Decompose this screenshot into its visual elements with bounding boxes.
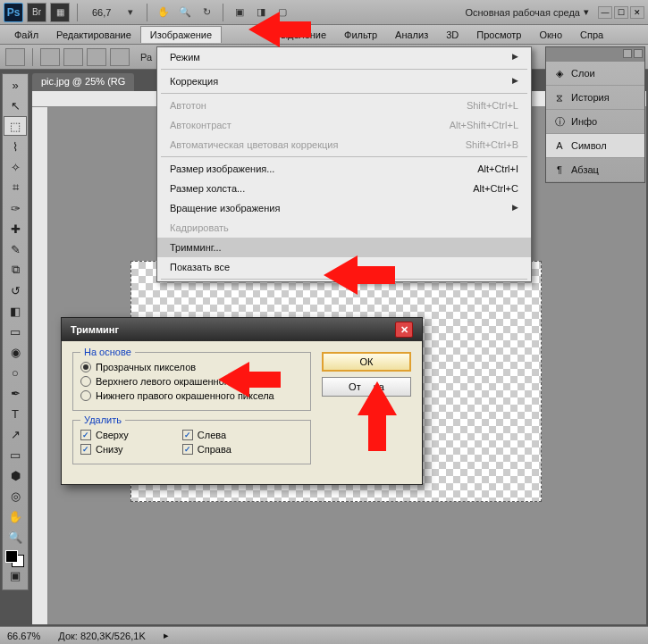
blur-tool[interactable]: ◉: [4, 342, 27, 362]
layers-icon: ◈: [553, 67, 566, 79]
menu-image[interactable]: Изображение: [140, 26, 222, 43]
menu-window[interactable]: Окно: [531, 27, 572, 43]
history-brush-tool[interactable]: ↺: [4, 280, 27, 300]
eraser-tool[interactable]: ◧: [4, 301, 27, 321]
check-top[interactable]: ✓Сверху: [80, 428, 129, 442]
arrow-annotation-2: [324, 253, 395, 297]
panel-menu-icon[interactable]: [634, 49, 643, 58]
panel-info[interactable]: ⓘИнфо: [546, 110, 644, 134]
menu-mode[interactable]: Режим: [157, 47, 531, 67]
title-bar: Ps Br ▦ 66,7 ▾ ✋ 🔍 ↻ ▣ ◨ ▢ Основная рабо…: [0, 0, 648, 25]
rotate-view-icon[interactable]: ↻: [198, 4, 215, 21]
stamp-tool[interactable]: ⧉: [4, 260, 27, 280]
close-button[interactable]: ✕: [630, 6, 644, 19]
check-right[interactable]: ✓Справа: [182, 442, 231, 456]
menu-image-rotation[interactable]: Вращение изображения: [157, 198, 531, 218]
menu-3d[interactable]: 3D: [437, 27, 467, 43]
toolbox-collapse[interactable]: »: [4, 75, 27, 95]
tool-preset[interactable]: [5, 48, 25, 66]
radio-icon: [80, 376, 91, 387]
checkbox-icon: ✓: [182, 430, 193, 440]
menu-file[interactable]: Файл: [5, 27, 47, 43]
lasso-tool[interactable]: ⌇: [4, 137, 27, 156]
brush-tool[interactable]: ✎: [4, 239, 27, 259]
panel-collapse-icon[interactable]: [623, 49, 632, 58]
ruler-vertical: [32, 107, 48, 624]
menu-filter[interactable]: Фильтр: [335, 27, 386, 43]
panel-character[interactable]: AСимвол: [546, 134, 644, 158]
selection-new[interactable]: [40, 48, 60, 66]
svg-marker-1: [324, 255, 395, 295]
check-left[interactable]: ✓Слева: [182, 428, 231, 442]
hand-tool[interactable]: ✋: [4, 506, 27, 526]
menu-bar: Файл Редактирование Изображение ыделение…: [0, 25, 648, 45]
wand-tool[interactable]: ✧: [4, 157, 27, 177]
minimize-button[interactable]: —: [598, 6, 612, 19]
trimaway-fieldset: Удалить ✓Сверху ✓Снизу ✓Слева ✓Справа: [72, 420, 311, 464]
zoom-tool[interactable]: 🔍: [4, 527, 27, 547]
menu-adjustments[interactable]: Коррекция: [157, 71, 531, 91]
selection-add[interactable]: [63, 48, 83, 66]
type-tool[interactable]: T: [4, 404, 27, 423]
chevron-down-icon: ▾: [584, 6, 589, 18]
menu-crop: Кадрировать: [157, 218, 531, 238]
basedon-legend: На основе: [80, 347, 135, 357]
dodge-tool[interactable]: ○: [4, 363, 27, 382]
chevron-right-icon[interactable]: ▸: [164, 630, 169, 641]
shape-tool[interactable]: ▭: [4, 445, 27, 464]
panel-history[interactable]: ⧖История: [546, 86, 644, 110]
zoom-level[interactable]: 66,7: [85, 7, 118, 18]
hand-tool-icon[interactable]: ✋: [155, 4, 173, 21]
gradient-tool[interactable]: ▭: [4, 322, 27, 341]
selection-subtract[interactable]: [87, 48, 106, 66]
zoom-tool-icon[interactable]: 🔍: [176, 4, 194, 21]
status-zoom[interactable]: 66.67%: [7, 631, 40, 641]
healing-tool[interactable]: ✚: [4, 219, 27, 238]
menu-help[interactable]: Спра: [571, 27, 612, 43]
path-tool[interactable]: ↗: [4, 424, 27, 444]
toolbox: » ↖ ⬚ ⌇ ✧ ⌗ ✑ ✚ ✎ ⧉ ↺ ◧ ▭ ◉ ○ ✒ T ↗ ▭ ⬢ …: [2, 73, 29, 590]
menu-image-size[interactable]: Размер изображения...Alt+Ctrl+I: [157, 159, 531, 179]
image-menu-dropdown: Режим Коррекция АвтотонShift+Ctrl+L Авто…: [156, 46, 532, 282]
workspace-switcher[interactable]: Основная рабочая среда ▾: [465, 6, 589, 18]
panel-layers[interactable]: ◈Слои: [546, 62, 644, 86]
crop-tool[interactable]: ⌗: [4, 178, 27, 197]
3d-tool[interactable]: ⬢: [4, 465, 27, 485]
panel-paragraph[interactable]: ¶Абзац: [546, 158, 644, 182]
zoom-dropdown-icon[interactable]: ▾: [122, 4, 139, 21]
menu-autocolor: Автоматическая цветовая коррекцияShift+C…: [157, 135, 531, 155]
paragraph-icon: ¶: [553, 163, 566, 176]
menu-canvas-size[interactable]: Размер холста...Alt+Ctrl+C: [157, 179, 531, 198]
marquee-tool[interactable]: ⬚: [4, 116, 27, 136]
color-swatches[interactable]: [5, 550, 25, 565]
menu-autotone: АвтотонShift+Ctrl+L: [157, 96, 531, 115]
status-docinfo[interactable]: Док: 820,3K/526,1K: [58, 631, 145, 641]
minibridge-icon[interactable]: ▦: [50, 3, 70, 22]
trimaway-legend: Удалить: [80, 414, 125, 425]
checkbox-icon: ✓: [80, 444, 91, 455]
quickmask-tool[interactable]: ▣: [4, 565, 27, 585]
dialog-titlebar[interactable]: Тримминг ✕: [62, 318, 422, 341]
menu-view[interactable]: Просмотр: [467, 27, 530, 43]
selection-intersect[interactable]: [110, 48, 130, 66]
radio-icon: [80, 390, 91, 401]
screenmode-1-icon[interactable]: ▣: [231, 4, 248, 21]
eyedropper-tool[interactable]: ✑: [4, 198, 27, 218]
radio-icon: [80, 362, 91, 372]
move-tool[interactable]: ↖: [4, 96, 27, 115]
bridge-icon[interactable]: Br: [27, 3, 46, 22]
ok-button[interactable]: ОК: [322, 352, 411, 372]
workspace-label: Основная рабочая среда: [465, 7, 580, 18]
svg-marker-2: [218, 362, 281, 397]
dialog-close-button[interactable]: ✕: [395, 322, 413, 338]
check-bottom[interactable]: ✓Снизу: [80, 442, 129, 456]
pen-tool[interactable]: ✒: [4, 383, 27, 403]
foreground-color[interactable]: [5, 550, 18, 563]
menu-autocontrast: АвтоконтрастAlt+Shift+Ctrl+L: [157, 115, 531, 135]
menu-edit[interactable]: Редактирование: [47, 27, 140, 43]
menu-analysis[interactable]: Анализ: [386, 27, 437, 43]
dialog-title: Тримминг: [71, 324, 119, 335]
3d-camera-tool[interactable]: ◎: [4, 486, 27, 506]
maximize-button[interactable]: ☐: [614, 6, 628, 19]
document-tab[interactable]: pic.jpg @ 25% (RG: [32, 73, 134, 91]
